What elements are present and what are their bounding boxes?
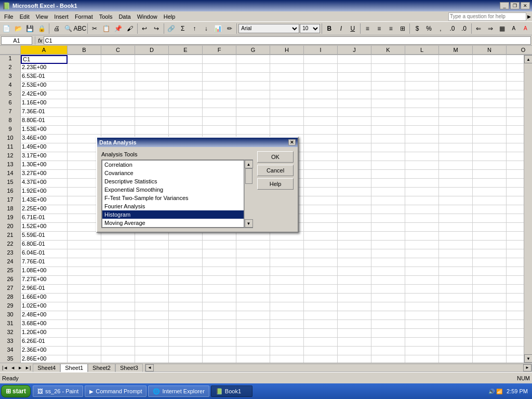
- cell-h5[interactable]: [270, 90, 304, 99]
- cell-n25[interactable]: [473, 267, 507, 276]
- cell-f7[interactable]: [203, 108, 236, 117]
- cell-o14[interactable]: [507, 170, 524, 179]
- cell-l33[interactable]: [405, 338, 439, 347]
- cell-n21[interactable]: [473, 232, 507, 241]
- sort-asc-button[interactable]: ↑: [189, 23, 200, 34]
- cell-l29[interactable]: [405, 302, 439, 311]
- cell-i4[interactable]: [304, 82, 338, 90]
- cell-j35[interactable]: [338, 355, 371, 363]
- sheet-first-button[interactable]: |◄: [1, 365, 9, 370]
- copy-button[interactable]: 📋: [101, 23, 112, 34]
- cell-m31[interactable]: [439, 320, 473, 329]
- currency-button[interactable]: $: [411, 23, 422, 34]
- cell-c28[interactable]: [101, 294, 135, 302]
- cell-e24[interactable]: [169, 258, 203, 267]
- cell-b30[interactable]: [68, 311, 101, 320]
- horizontal-scrollbar[interactable]: ◄ ►: [145, 364, 532, 372]
- cell-k5[interactable]: [371, 90, 405, 99]
- cell-a20[interactable]: 1.52E+00: [21, 223, 68, 232]
- cell-j20[interactable]: [338, 223, 371, 232]
- cell-g30[interactable]: [236, 311, 270, 320]
- align-left-button[interactable]: ≡: [362, 23, 373, 34]
- cell-d29[interactable]: [135, 302, 169, 311]
- cell-l22[interactable]: [405, 241, 439, 249]
- cell-o16[interactable]: [507, 188, 524, 196]
- cell-m34[interactable]: [439, 347, 473, 355]
- cell-c21[interactable]: [101, 232, 135, 241]
- cell-j17[interactable]: [338, 196, 371, 205]
- cell-g1[interactable]: [236, 55, 270, 64]
- analysis-tool-item[interactable]: Fourier Analysis: [102, 202, 244, 210]
- cell-h27[interactable]: [270, 285, 304, 294]
- cell-l16[interactable]: [405, 188, 439, 196]
- scroll-up-button[interactable]: ▲: [524, 55, 532, 63]
- cell-h6[interactable]: [270, 99, 304, 108]
- cell-a31[interactable]: 3.68E+00: [21, 320, 68, 329]
- cell-c22[interactable]: [101, 241, 135, 249]
- cell-n14[interactable]: [473, 170, 507, 179]
- cell-a10[interactable]: 3.46E+00: [21, 135, 68, 143]
- cell-j33[interactable]: [338, 338, 371, 347]
- cell-o32[interactable]: [507, 329, 524, 338]
- cell-i22[interactable]: [304, 241, 338, 249]
- cell-o25[interactable]: [507, 267, 524, 276]
- bold-button[interactable]: B: [324, 23, 335, 34]
- cell-a22[interactable]: 6.80E-01: [21, 241, 68, 249]
- font-size-selector[interactable]: 10: [300, 24, 320, 33]
- cell-g32[interactable]: [236, 329, 270, 338]
- cell-e23[interactable]: [169, 249, 203, 258]
- cell-k15[interactable]: [371, 179, 405, 188]
- cell-c1[interactable]: [101, 55, 135, 64]
- cell-e27[interactable]: [169, 285, 203, 294]
- cell-f8[interactable]: [203, 117, 236, 126]
- cell-i26[interactable]: [304, 276, 338, 285]
- vertical-scrollbar[interactable]: ▲ ▼: [524, 55, 532, 363]
- cell-l8[interactable]: [405, 117, 439, 126]
- cell-n3[interactable]: [473, 73, 507, 82]
- cell-k25[interactable]: [371, 267, 405, 276]
- col-header-k[interactable]: K: [371, 46, 405, 55]
- cell-g22[interactable]: [236, 241, 270, 249]
- cell-k27[interactable]: [371, 285, 405, 294]
- cell-m21[interactable]: [439, 232, 473, 241]
- cell-g5[interactable]: [236, 90, 270, 99]
- cell-j26[interactable]: [338, 276, 371, 285]
- col-header-g[interactable]: G: [236, 46, 270, 55]
- menu-item-window[interactable]: Window: [134, 12, 161, 21]
- cell-l3[interactable]: [405, 73, 439, 82]
- cell-l35[interactable]: [405, 355, 439, 363]
- analysis-tool-item[interactable]: Histogram: [102, 210, 244, 219]
- cell-n2[interactable]: [473, 64, 507, 73]
- align-center-button[interactable]: ≡: [374, 23, 384, 34]
- cell-n31[interactable]: [473, 320, 507, 329]
- cell-o24[interactable]: [507, 258, 524, 267]
- cell-a14[interactable]: 3.27E+00: [21, 170, 68, 179]
- cell-k26[interactable]: [371, 276, 405, 285]
- hyperlink-button[interactable]: 🔗: [166, 23, 177, 34]
- cell-j16[interactable]: [338, 188, 371, 196]
- analysis-tool-item[interactable]: Random Number Generation: [102, 227, 244, 228]
- italic-button[interactable]: I: [336, 23, 347, 34]
- cell-d7[interactable]: [135, 108, 169, 117]
- cell-b2[interactable]: [68, 64, 101, 73]
- cell-b1[interactable]: [68, 55, 101, 64]
- cell-i31[interactable]: [304, 320, 338, 329]
- cell-n9[interactable]: [473, 126, 507, 135]
- cell-l10[interactable]: [405, 135, 439, 143]
- cell-a27[interactable]: 2.96E-01: [21, 285, 68, 294]
- cell-l28[interactable]: [405, 294, 439, 302]
- cell-c4[interactable]: [101, 82, 135, 90]
- col-header-m[interactable]: M: [439, 46, 473, 55]
- align-right-button[interactable]: ≡: [385, 23, 396, 34]
- cell-f5[interactable]: [203, 90, 236, 99]
- cell-l7[interactable]: [405, 108, 439, 117]
- col-header-b[interactable]: B: [68, 46, 101, 55]
- percent-button[interactable]: %: [423, 23, 434, 34]
- cell-d32[interactable]: [135, 329, 169, 338]
- cell-d22[interactable]: [135, 241, 169, 249]
- cell-m5[interactable]: [439, 90, 473, 99]
- cell-k3[interactable]: [371, 73, 405, 82]
- cell-b3[interactable]: [68, 73, 101, 82]
- underline-button[interactable]: U: [347, 23, 358, 34]
- cell-n12[interactable]: [473, 152, 507, 161]
